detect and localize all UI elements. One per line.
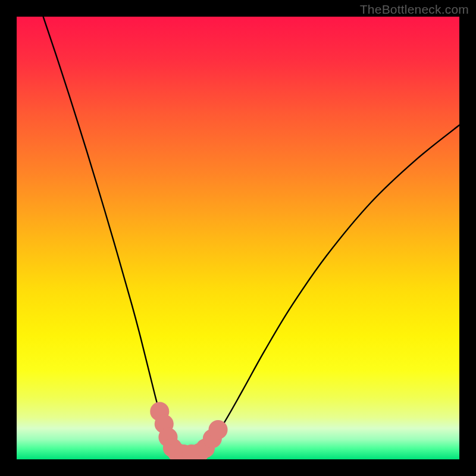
outer-frame: TheBottleneck.com — [0, 0, 476, 476]
watermark-text: TheBottleneck.com — [360, 2, 469, 17]
marker-dot — [208, 420, 227, 439]
plot-area — [17, 17, 459, 459]
curve-lines — [43, 17, 459, 454]
series-left-curve — [43, 17, 176, 450]
series-right-curve — [202, 125, 459, 450]
chart-svg — [17, 17, 459, 459]
curve-markers — [150, 402, 227, 459]
